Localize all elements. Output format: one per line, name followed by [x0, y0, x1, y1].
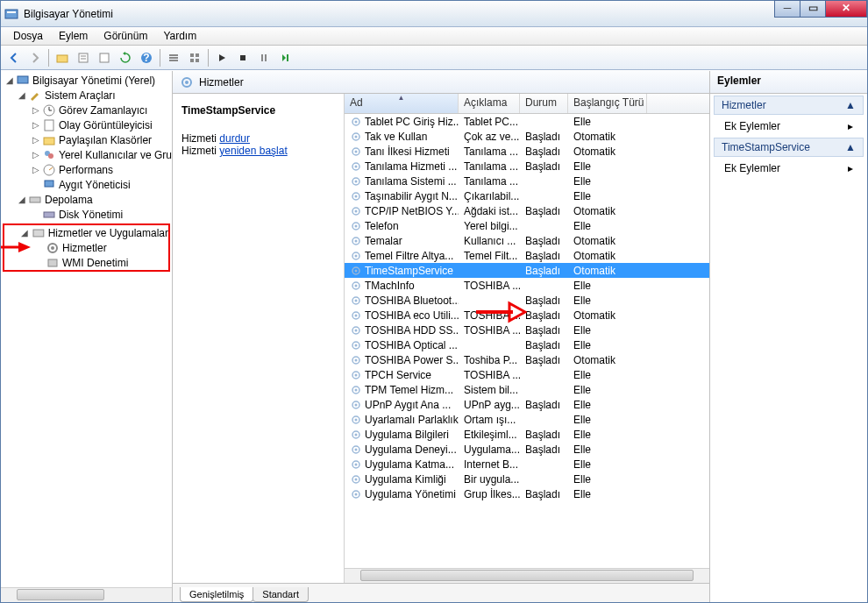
action-more-services[interactable]: Ek Eylemler▸ [710, 117, 867, 136]
service-row[interactable]: TimeStampServiceBaşladıOtomatik [345, 263, 709, 278]
service-row[interactable]: TOSHIBA HDD SS...TOSHIBA ...BaşladıElle [345, 323, 709, 337]
service-row[interactable]: Uygulama Deneyi...Uygulama...BaşladıElle [345, 442, 709, 457]
gear-icon [350, 145, 362, 158]
action-section-services[interactable]: Hizmetler▲ [714, 96, 864, 115]
cell-desc: Toshiba P... [459, 354, 520, 366]
tree-pane[interactable]: ◢Bilgisayar Yönetimi (Yerel) ◢Sistem Ara… [1, 71, 173, 587]
service-row[interactable]: Tanı İlkesi HizmetiTanılama ...BaşladıOt… [345, 144, 709, 159]
cell-name: UPnP Aygıt Ana ... [345, 399, 459, 411]
restart-link[interactable]: yeniden başlat [219, 145, 287, 157]
menu-view[interactable]: Görünüm [96, 28, 154, 44]
detail-view-button[interactable] [185, 48, 204, 67]
service-row[interactable]: Taşınabilir Aygıt N...Çıkarılabil...Elle [345, 188, 709, 203]
svg-rect-6 [100, 53, 109, 62]
service-row[interactable]: Uygulama BilgileriEtkileşiml...BaşladıEl… [345, 427, 709, 442]
tree-disk-management[interactable]: Disk Yönetimi [1, 207, 172, 222]
center-title: Hizmetler [199, 76, 244, 89]
tree-system-tools[interactable]: ◢Sistem Araçları [1, 88, 172, 103]
service-row[interactable]: TPCH ServiceTOSHIBA ...Elle [345, 367, 709, 382]
service-row[interactable]: TelefonYerel bilgi...Elle [345, 218, 709, 233]
tree-label: Aygıt Yöneticisi [59, 179, 131, 191]
close-button[interactable]: ✕ [825, 0, 867, 18]
cell-startup: Elle [568, 399, 647, 411]
svg-text:?: ? [143, 52, 149, 64]
cell-startup: Elle [568, 220, 647, 232]
column-startup[interactable]: Başlangıç Türü [568, 94, 647, 113]
tab-standard[interactable]: Standart [253, 587, 309, 602]
service-row[interactable]: Temel Filtre Altya...Temel Filt...Başlad… [345, 248, 709, 263]
folder-button[interactable] [53, 48, 72, 67]
stop-link[interactable]: durdur [219, 132, 250, 145]
forward-button[interactable] [25, 48, 45, 67]
service-row[interactable]: Uygulama KimliğiBir uygula...Elle [345, 472, 709, 486]
tree-root[interactable]: ◢Bilgisayar Yönetimi (Yerel) [1, 73, 172, 88]
tree-shared-folders[interactable]: ▷Paylaşılan Klasörler [1, 132, 172, 147]
action-more-selected[interactable]: Ek Eylemler▸ [710, 159, 867, 178]
cell-startup: Otomatik [568, 265, 647, 277]
service-row[interactable]: Uygulama YönetimiGrup İlkes...BaşladıEll… [345, 486, 709, 501]
column-name[interactable]: ▲Ad [345, 94, 459, 113]
service-row[interactable]: TOSHIBA eco Utili...TOSHIBA ...BaşladıOt… [345, 308, 709, 323]
sort-asc-icon: ▲ [398, 94, 405, 102]
service-row[interactable]: UPnP Aygıt Ana ...UPnP ayg...BaşladıElle [345, 397, 709, 412]
menu-file[interactable]: Dosya [6, 28, 50, 44]
scrollbar-thumb[interactable] [17, 589, 104, 600]
back-button[interactable] [4, 48, 24, 67]
refresh-button[interactable] [116, 48, 135, 67]
service-row[interactable]: TCP/IP NetBIOS Y...Ağdaki ist...BaşladıO… [345, 203, 709, 218]
tree-local-users[interactable]: ▷Yerel Kullanıcılar ve Gru [1, 147, 172, 162]
cell-startup: Elle [568, 175, 647, 188]
service-row[interactable]: Tablet PC Giriş Hiz...Tablet PC...Elle [345, 114, 709, 129]
list-body[interactable]: Tablet PC Giriş Hiz...Tablet PC...ElleTa… [345, 114, 709, 568]
center-content: TimeStampService Hizmeti durdur Hizmeti … [173, 94, 709, 583]
export-button[interactable] [95, 48, 114, 67]
stop-button[interactable] [233, 48, 253, 67]
list-view-button[interactable] [164, 48, 183, 67]
column-description[interactable]: Açıklama [459, 94, 520, 113]
restart-button[interactable] [275, 48, 295, 67]
play-button[interactable] [212, 48, 231, 67]
tree-storage[interactable]: ◢Depolama [1, 192, 172, 207]
tree-services[interactable]: Hizmetler [4, 240, 168, 255]
services-apps-icon [32, 226, 46, 240]
properties-button[interactable] [74, 48, 93, 67]
tab-extended[interactable]: Genişletilmiş [180, 587, 253, 602]
toolbar-separator [160, 49, 160, 67]
collapse-icon: ▲ [845, 99, 856, 111]
minimize-button[interactable]: ─ [774, 0, 800, 18]
cell-startup: Elle [568, 414, 647, 426]
tree-task-scheduler[interactable]: ▷Görev Zamanlayıcı [1, 103, 172, 117]
list-hscroll[interactable] [345, 568, 709, 583]
svg-rect-3 [79, 53, 88, 62]
action-section-selected[interactable]: TimeStampService▲ [714, 138, 864, 157]
service-row[interactable]: Tak ve KullanÇok az ve...BaşladıOtomatik [345, 129, 709, 144]
service-row[interactable]: TemalarKullanıcı ...BaşladıOtomatik [345, 233, 709, 248]
column-status[interactable]: Durum [520, 94, 568, 113]
list-header: ▲Ad Açıklama Durum Başlangıç Türü [345, 94, 709, 114]
service-row[interactable]: TOSHIBA Bluetoot...BaşladıElle [345, 293, 709, 308]
service-row[interactable]: TPM Temel Hizm...Sistem bil...Elle [345, 382, 709, 397]
maximize-button[interactable]: ▭ [800, 0, 826, 18]
gear-icon [350, 235, 362, 247]
svg-rect-36 [48, 259, 57, 266]
help-button[interactable]: ? [137, 48, 156, 67]
service-row[interactable]: Tanılama Sistemi ...Tanılama ...Elle [345, 174, 709, 188]
service-row[interactable]: Uygulama Katma...Internet B...Elle [345, 457, 709, 472]
tree-performance[interactable]: ▷Performans [1, 162, 172, 177]
service-row[interactable]: TOSHIBA Optical ...BaşladıElle [345, 337, 709, 352]
service-row[interactable]: Uyarlamalı ParlaklıkOrtam ışı...Elle [345, 412, 709, 427]
cell-desc: Uygulama... [459, 443, 520, 456]
menu-action[interactable]: Eylem [52, 28, 95, 44]
scrollbar-thumb[interactable] [360, 570, 694, 581]
menu-help[interactable]: Yardım [156, 28, 203, 44]
service-row[interactable]: TOSHIBA Power S...Toshiba P...BaşladıOto… [345, 352, 709, 367]
tree-device-manager[interactable]: Aygıt Yöneticisi [1, 177, 172, 192]
pause-button[interactable] [254, 48, 274, 67]
title-bar[interactable]: Bilgisayar Yönetimi ─ ▭ ✕ [1, 1, 867, 27]
tree-event-viewer[interactable]: ▷Olay Görüntüleyicisi [1, 117, 172, 132]
service-row[interactable]: TMachInfoTOSHIBA ...Elle [345, 278, 709, 293]
svg-rect-31 [44, 212, 54, 217]
tree-wmi[interactable]: WMI Denetimi [4, 255, 168, 270]
service-row[interactable]: Tanılama Hizmeti ...Tanılama ...BaşladıE… [345, 159, 709, 174]
tree-hscroll[interactable] [1, 587, 172, 602]
